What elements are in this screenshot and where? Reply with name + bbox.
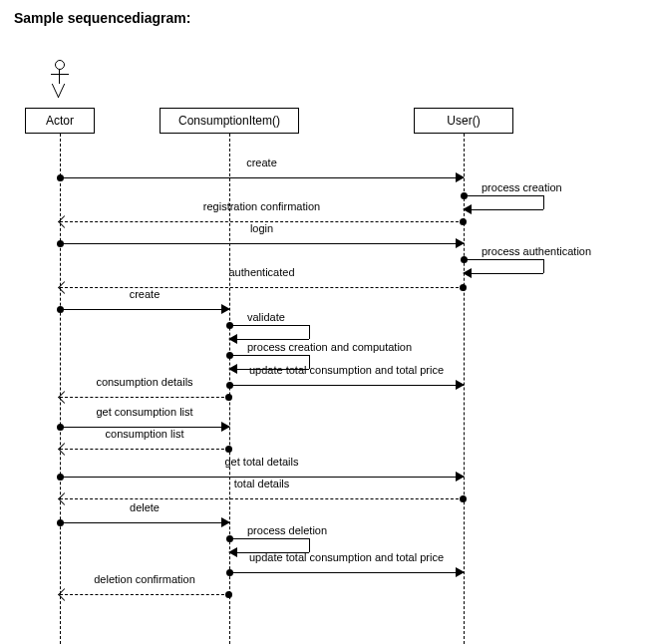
lifeline-line-actor: [60, 134, 61, 644]
message-label: total details: [234, 478, 290, 489]
self-message-label: process creation: [482, 181, 562, 193]
diagram-title: Sample sequencediagram:: [14, 10, 190, 26]
lifeline-label: User(): [447, 114, 480, 128]
self-message-s5: process deletion: [229, 538, 319, 558]
message-m11: consumption details: [60, 390, 229, 404]
self-message-label: process deletion: [247, 524, 327, 536]
message-label: create: [130, 288, 161, 300]
message-m7: create: [60, 302, 229, 316]
message-m19: deletion confirmation: [60, 587, 229, 601]
message-label: deletion confirmation: [94, 573, 195, 585]
message-m10: update total consumption and total price: [229, 378, 464, 392]
self-message-s4: process creation and computation: [229, 355, 319, 375]
self-message-label: process creation and computation: [247, 341, 412, 353]
message-label: consumption details: [96, 376, 192, 388]
message-label: get consumption list: [96, 406, 192, 418]
lifeline-label: ConsumptionItem(): [178, 114, 280, 128]
message-m4: login: [60, 236, 464, 250]
message-m1: create: [60, 170, 464, 184]
lifeline-label: Actor: [46, 114, 74, 128]
self-message-s1: process creation: [464, 195, 553, 215]
message-m18: update total consumption and total price: [229, 565, 464, 579]
message-label: registration confirmation: [203, 200, 320, 212]
self-message-label: validate: [247, 311, 285, 323]
message-m16: delete: [60, 515, 229, 529]
lifeline-user: User(): [414, 108, 513, 134]
message-label: authenticated: [228, 266, 294, 278]
self-message-s2: process authentication: [464, 259, 553, 279]
message-label: delete: [130, 501, 160, 513]
self-message-label: process authentication: [482, 245, 591, 257]
message-label: create: [246, 157, 277, 168]
message-label: consumption list: [106, 428, 184, 440]
lifeline-consumption: ConsumptionItem(): [160, 108, 299, 134]
message-label: login: [250, 222, 273, 234]
message-m13: consumption list: [60, 442, 229, 456]
message-label: get total details: [225, 456, 299, 468]
message-m15: total details: [60, 491, 464, 505]
lifeline-actor: Actor: [25, 108, 95, 134]
actor-stick-icon: [51, 60, 69, 102]
message-m6: authenticated: [60, 280, 464, 294]
